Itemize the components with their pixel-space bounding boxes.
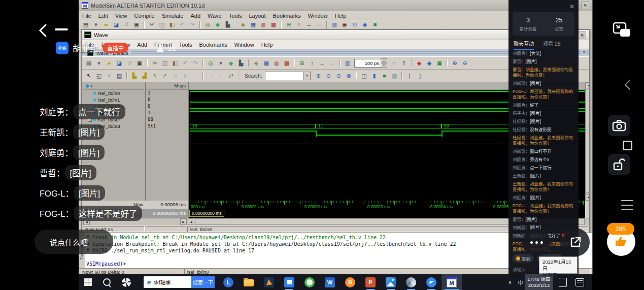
toolbar-icon[interactable]: ↶ xyxy=(178,20,187,29)
taskbar-search-text[interactable]: skf轴承 xyxy=(153,278,191,286)
toolbar-icon[interactable]: ▙ xyxy=(223,20,232,29)
toolbar-icon[interactable]: ▾ xyxy=(94,59,104,68)
toolbar-icon[interactable]: ▦ xyxy=(262,59,271,68)
toolbar-icon[interactable]: ■ xyxy=(380,72,389,80)
toolbar-icon[interactable]: ⊕ xyxy=(314,72,323,80)
toolbar-icon[interactable]: + xyxy=(105,72,114,80)
menu-item[interactable]: Help xyxy=(258,42,277,48)
search-input[interactable]: ▾ xyxy=(265,72,311,80)
menu-item[interactable]: Tools xyxy=(176,42,196,48)
toolbar-icon[interactable]: ◧ xyxy=(171,59,180,68)
toolbar-icon[interactable]: ⊖ xyxy=(460,59,469,68)
toolbar-icon[interactable]: ← xyxy=(304,20,314,29)
menu-item[interactable]: Tools xyxy=(225,13,246,19)
menu-item[interactable]: Wave xyxy=(204,13,225,19)
toolbar-icon[interactable]: ◆ xyxy=(415,59,424,68)
toolbar-icon[interactable]: ◍ xyxy=(259,20,268,29)
toolbar-icon[interactable]: ↲ xyxy=(171,72,180,80)
run-length-field[interactable]: 100 ps xyxy=(354,59,381,68)
screenshot-button[interactable] xyxy=(608,115,630,136)
toolbar-icon[interactable]: ◆ xyxy=(425,59,434,68)
toolbar-icon[interactable]: ⇄ xyxy=(226,72,235,80)
toolbar-icon[interactable]: ← xyxy=(318,59,327,68)
scroll-up-icon[interactable]: ▲ xyxy=(586,82,589,88)
taskbar-pinwheel-app[interactable] xyxy=(117,274,135,290)
menu-item[interactable]: Bookmarks xyxy=(269,13,304,19)
unlock-rotation-button[interactable] xyxy=(608,154,630,175)
toolbar-icon[interactable]: ◆ xyxy=(360,20,369,29)
menu-item[interactable]: Window xyxy=(304,13,331,19)
toolbar-icon[interactable]: ◈ xyxy=(239,20,248,29)
chevron-down-icon[interactable]: ▾ xyxy=(90,84,92,88)
taskbar-icon-photos[interactable] xyxy=(381,274,401,290)
minimize-button[interactable] xyxy=(55,28,68,30)
toolbar-icon[interactable]: ▤ xyxy=(115,72,124,80)
toolbar-icon[interactable]: ▙ xyxy=(130,72,139,80)
modelsim-close-button[interactable]: ✕ xyxy=(581,2,589,9)
toolbar-icon[interactable]: ⊙ xyxy=(350,20,359,29)
toolbar-icon[interactable]: ↷ xyxy=(188,20,197,29)
toolbar-icon[interactable]: ↶ xyxy=(181,59,190,68)
back-button[interactable] xyxy=(37,23,50,38)
toolbar-icon[interactable]: ◫ xyxy=(359,72,368,80)
toolbar-icon[interactable]: ◧ xyxy=(167,20,177,29)
toolbar-icon[interactable]: ⊞ xyxy=(297,59,307,68)
toolbar-icon[interactable]: ▦ xyxy=(390,72,399,80)
action-center-button[interactable] xyxy=(572,274,587,290)
toolbar-icon[interactable]: ▰ xyxy=(105,59,114,68)
taskbar-icon-blue-app[interactable] xyxy=(279,274,299,290)
search-go-button[interactable]: 搜索一下 xyxy=(191,276,215,288)
collapse-panel-button[interactable] xyxy=(623,79,632,90)
signal-pane-header[interactable]: ◆ ▾ xyxy=(83,82,144,90)
menu-item[interactable]: Layout xyxy=(246,13,269,19)
toolbar-icon[interactable]: ↺ xyxy=(125,59,134,68)
wave-tab-close-button[interactable]: ✕ xyxy=(581,50,587,55)
toolbar-icon[interactable]: ⊖ xyxy=(324,72,333,80)
panel-tab[interactable]: 聊天互动 xyxy=(514,40,534,50)
toolbar-icon[interactable]: ◆ xyxy=(213,20,222,29)
toolbar-icon[interactable]: ◫ xyxy=(157,20,166,29)
toolbar-icon[interactable]: ⊕ xyxy=(450,59,459,68)
chat-input[interactable]: 说点什么吧 xyxy=(35,230,113,254)
menu-item[interactable]: Bookmarks xyxy=(195,42,230,48)
wave-close-button[interactable]: ✕ xyxy=(578,31,586,39)
toolbar-icon[interactable]: ↑ xyxy=(294,20,303,29)
msgs-column-header[interactable]: Msgs xyxy=(146,82,188,90)
menu-item[interactable]: Window xyxy=(231,42,258,48)
toolbar-icon[interactable]: ▣ xyxy=(135,59,144,68)
toolbar-icon[interactable]: ↱ xyxy=(160,72,170,80)
streamer-avatar[interactable]: 亚维 xyxy=(56,42,69,54)
toolbar-icon[interactable]: ▩ xyxy=(269,20,278,29)
menu-item[interactable]: Compile xyxy=(130,13,158,19)
toolbar-icon[interactable]: ◎ xyxy=(203,20,212,29)
menu-item[interactable]: Help xyxy=(331,13,350,19)
toolbar-icon[interactable]: → xyxy=(315,20,324,29)
toolbar-icon[interactable]: ▮ xyxy=(369,72,379,80)
scroll-down-icon[interactable]: ▼ xyxy=(586,195,589,201)
menu-button[interactable] xyxy=(621,200,633,210)
toolbar-icon[interactable]: ▣ xyxy=(132,20,141,29)
panel-close-icon[interactable]: ✕ xyxy=(569,3,574,10)
toolbar-icon[interactable]: ↑ xyxy=(308,59,317,68)
toolbar-icon[interactable]: ↑ xyxy=(389,59,398,68)
menu-item[interactable]: Add xyxy=(187,13,205,19)
taskbar-search-box[interactable]: e skf轴承 搜索一下 xyxy=(144,276,215,288)
toolbar-icon[interactable]: ■ xyxy=(370,20,380,29)
taskbar-icon-modelsim[interactable]: M xyxy=(442,274,462,290)
toolbar-icon[interactable]: ▰ xyxy=(101,20,111,29)
toolbar-icon[interactable]: ✂ xyxy=(150,59,159,68)
toolbar-icon[interactable]: ◉ xyxy=(340,20,349,29)
toolbar-icon[interactable]: ▥ xyxy=(330,20,339,29)
toolbar-icon[interactable]: ▩ xyxy=(282,59,291,68)
toolbar-icon[interactable]: ⊙ xyxy=(334,72,343,80)
toolbar-icon[interactable]: ⌈ xyxy=(405,72,414,80)
signal-row[interactable]: ◆ /sel_tb/in0 xyxy=(83,90,144,96)
toolbar-icon[interactable]: ↳ xyxy=(181,72,190,80)
taskbar-icon-word[interactable]: W xyxy=(320,274,340,290)
toolbar-icon[interactable]: ⊚ xyxy=(344,72,353,80)
search-dropdown-button[interactable]: ▾ xyxy=(303,72,310,80)
toolbar-icon[interactable]: ✂ xyxy=(147,20,156,29)
toolbar-icon[interactable]: → xyxy=(328,59,337,68)
panel-chat-list[interactable]: 刘庭勇：[大笑] 曹哲：[图片] 曹哲：胡亚维，我来围观你的直播啦，为你点赞！ … xyxy=(513,51,574,253)
toolbar-icon[interactable]: ◈ xyxy=(252,59,261,68)
